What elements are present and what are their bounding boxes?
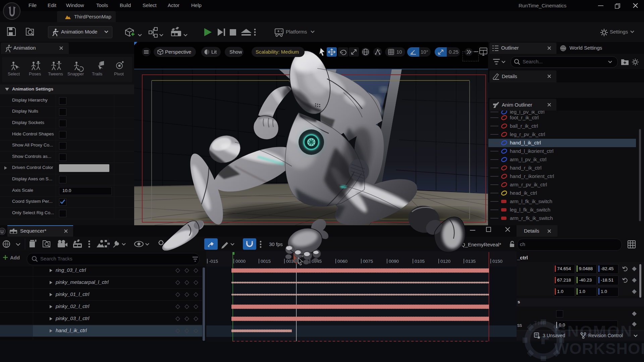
svg-text:WORKSHOP: WORKSHOP [554,340,644,357]
svg-text:GNOMON: GNOMON [554,322,633,340]
svg-text:THE: THE [534,320,547,326]
